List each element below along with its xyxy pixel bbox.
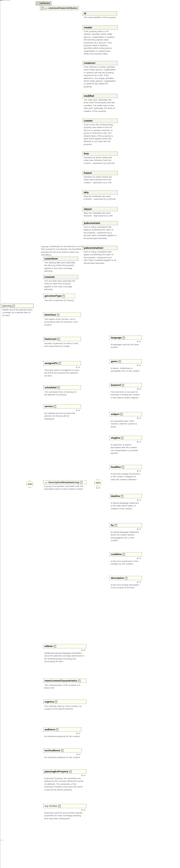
- collapse-icon[interactable]: −: [80, 481, 83, 484]
- expand-icon[interactable]: +: [122, 384, 124, 386]
- label: service: [45, 405, 53, 408]
- expand-icon[interactable]: +: [57, 314, 59, 316]
- label: why: [84, 191, 89, 194]
- expand-icon[interactable]: +: [58, 805, 61, 807]
- description: A free-form textual description of the c…: [109, 583, 142, 590]
- description: Indicates by which means the value was e…: [83, 175, 118, 185]
- expand-icon[interactable]: +: [120, 413, 123, 415]
- expand-icon[interactable]: +: [58, 362, 61, 365]
- description: The party which is assigned to cover the…: [43, 368, 81, 378]
- keyword-element[interactable]: keyword+: [109, 383, 142, 387]
- attributes-header: − attributes: [35, 1, 52, 5]
- subject-element[interactable]: subject+: [109, 412, 142, 416]
- coversto-element[interactable]: coversto: [43, 275, 78, 279]
- expand-icon[interactable]: +: [55, 701, 57, 703]
- expand-icon[interactable]: +: [115, 524, 117, 527]
- expand-icon[interactable]: +: [54, 645, 56, 648]
- expand-icon[interactable]: +: [78, 680, 81, 682]
- audience-element[interactable]: audience+: [43, 727, 81, 732]
- cardinality: 0..∞: [109, 470, 142, 472]
- expand-icon[interactable]: +: [54, 405, 56, 408]
- description: One or many constraints that apply to pu…: [83, 225, 118, 240]
- expand-icon[interactable]: +: [62, 295, 65, 297]
- description: A brief and snappy introduction to the c…: [109, 472, 142, 482]
- description: A sequence of tokens associated with the…: [109, 443, 142, 456]
- label: newsContentCharacteristics: [45, 679, 77, 682]
- description: Indicates by which means the value was e…: [83, 156, 118, 165]
- genre-element[interactable]: genre+: [109, 359, 142, 364]
- any ##other-element[interactable]: any ##other+: [43, 804, 86, 808]
- label: genre: [111, 360, 118, 363]
- collapse-icon[interactable]: −: [12, 305, 15, 307]
- label: g2contentType: [45, 294, 61, 297]
- expand-icon[interactable]: +: [57, 338, 60, 340]
- id-element[interactable]: id: [83, 11, 117, 16]
- pubconstraint-element[interactable]: pubconstraint: [83, 221, 118, 225]
- expand-icon[interactable]: +: [119, 360, 121, 363]
- planning-element[interactable]: planning −: [1, 304, 33, 308]
- service-element[interactable]: service+: [43, 404, 81, 408]
- cardinality: 0..∞: [43, 409, 81, 411]
- desc-meta-desc: A group of properties associated with th…: [43, 485, 86, 491]
- edNote-element[interactable]: edNote+: [43, 644, 86, 648]
- label: coversfrom: [45, 257, 58, 260]
- description: The kind of planned G2 item(s): [43, 299, 75, 302]
- creatoruri-element[interactable]: creatoruri: [83, 61, 118, 65]
- label: id: [84, 12, 86, 15]
- expand-icon[interactable]: +: [122, 466, 124, 468]
- description: A language used by the news content: [109, 343, 142, 349]
- collapse-icon[interactable]: −: [37, 2, 40, 5]
- expand-icon[interactable]: +: [56, 728, 58, 731]
- exclAudience-element[interactable]: exclAudience+: [43, 748, 81, 753]
- assignedTo-element[interactable]: assignedTo+: [43, 361, 81, 365]
- expand-icon[interactable]: +: [123, 337, 125, 339]
- itemCount-element[interactable]: itemCount+: [43, 337, 81, 341]
- headline-element[interactable]: headline+: [109, 465, 142, 469]
- expand-icon[interactable]: +: [57, 386, 60, 389]
- common-power-label: commonPowerAttributes: [49, 7, 77, 9]
- cardinality: 0..∞: [109, 364, 142, 367]
- cardinality: 0..∞: [109, 581, 142, 583]
- collapse-icon[interactable]: −: [41, 7, 44, 9]
- expand-icon[interactable]: +: [69, 770, 72, 773]
- custom-element[interactable]: custom: [83, 119, 118, 123]
- slugline-element[interactable]: slugline+: [109, 436, 142, 440]
- creditline-element[interactable]: creditline+: [109, 552, 142, 556]
- expand-icon[interactable]: +: [121, 495, 123, 497]
- expand-icon[interactable]: +: [121, 437, 123, 439]
- expand-icon[interactable]: +: [123, 553, 125, 556]
- planningExtProperty-element[interactable]: planningExtProperty+: [43, 769, 86, 774]
- description: If the property value is not defined, sp…: [83, 30, 118, 56]
- modified-element[interactable]: modified: [83, 94, 118, 98]
- cardinality: 0..∞: [109, 340, 142, 343]
- how-element[interactable]: how: [83, 151, 118, 156]
- description: A free-form expression of the credit(s) …: [109, 559, 142, 566]
- whyuri-element[interactable]: whyuri: [83, 207, 118, 211]
- expand-icon[interactable]: +: [125, 577, 127, 579]
- cardinality: 0..∞: [109, 388, 142, 390]
- common-power-attributes[interactable]: − grp commonPowerAttributes: [40, 6, 79, 10]
- itemClass-element[interactable]: itemClass+: [43, 313, 81, 317]
- description-element[interactable]: description+: [109, 576, 142, 580]
- cardinality: 0..∞: [43, 809, 86, 811]
- label: pubconstraint: [84, 222, 100, 224]
- expand-icon[interactable]: +: [61, 749, 63, 752]
- description: The editorial urgency of the content, as…: [43, 705, 86, 711]
- dateline-element[interactable]: dateline+: [109, 494, 142, 498]
- label: slugline: [111, 437, 120, 439]
- descriptive-metadata-group[interactable]: grp DescriptiveMetadataGroup −: [43, 480, 86, 485]
- creator-element[interactable]: creator: [83, 25, 118, 30]
- sequence-connector: ⊟⊟⊟: [95, 480, 101, 486]
- label: subject: [111, 413, 120, 415]
- urgency-element[interactable]: urgency+: [43, 700, 86, 704]
- scheduled-element[interactable]: scheduled+: [43, 385, 81, 390]
- language-element[interactable]: language+: [109, 336, 142, 340]
- howuri-element[interactable]: howuri: [83, 171, 118, 175]
- why-element[interactable]: why: [83, 190, 118, 194]
- coversfrom-element[interactable]: coversfrom: [43, 256, 78, 261]
- newsContentCharacteristics-element[interactable]: newsContentCharacteristics+: [43, 679, 86, 683]
- g2contentType-element[interactable]: g2contentType+: [43, 294, 75, 298]
- description: Additional natural language information …: [43, 651, 86, 664]
- by-element[interactable]: by+: [109, 523, 142, 527]
- label: creditline: [111, 553, 122, 556]
